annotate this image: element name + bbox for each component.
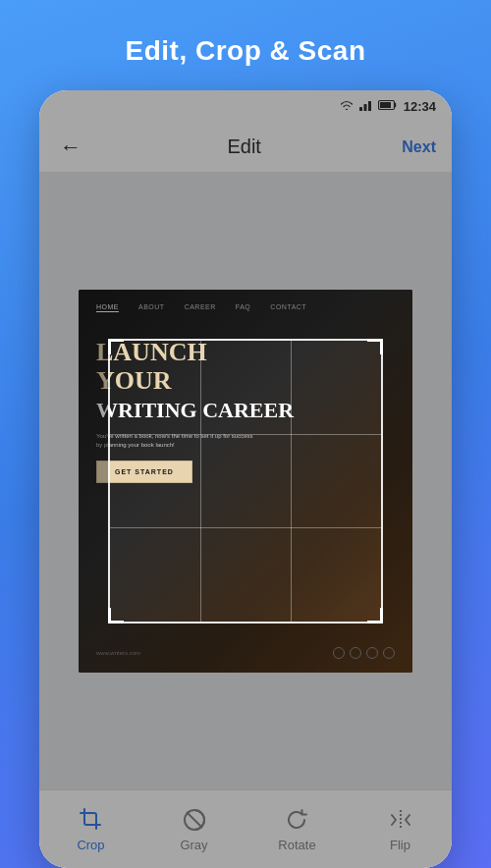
svg-line-6	[187, 812, 202, 828]
edit-title: Edit	[227, 136, 260, 158]
headline-line2: YOUR	[96, 367, 395, 396]
image-container: HOME ABOUT CAREER FAQ CONTACT LAUNCH YOU…	[79, 290, 412, 673]
status-bar: 12:34	[39, 90, 452, 122]
svg-rect-4	[380, 102, 391, 108]
flip-tool[interactable]: Flip	[356, 806, 445, 852]
svg-rect-2	[368, 101, 371, 111]
toolbar: Crop Gray Rotate	[39, 789, 452, 868]
status-icons: 12:34	[339, 99, 436, 114]
footer-url: www.writers.com	[96, 650, 140, 656]
wifi-icon	[339, 99, 355, 114]
phone-frame: 12:34 ← Edit Next HOME ABOUT CAREER FAQ …	[39, 90, 452, 868]
site-footer: www.writers.com	[96, 647, 395, 659]
rotate-icon	[284, 806, 311, 834]
nav-home: HOME	[96, 303, 119, 312]
rotate-tool[interactable]: Rotate	[253, 806, 342, 852]
subheadline: WRITING CAREER	[96, 399, 395, 422]
rotate-label: Rotate	[278, 838, 315, 852]
time-display: 12:34	[404, 99, 436, 114]
crop-tool[interactable]: Crop	[47, 806, 136, 852]
social-icons	[333, 647, 395, 659]
site-content: LAUNCH YOUR WRITING CAREER You've writte…	[96, 339, 395, 483]
nav-contact: CONTACT	[270, 303, 306, 312]
nav-career: CAREER	[185, 303, 216, 312]
back-button[interactable]: ←	[55, 135, 86, 160]
signal-icon	[358, 99, 374, 114]
gray-tool[interactable]: Gray	[150, 806, 239, 852]
cta-button: GET STARTED	[96, 461, 192, 483]
website-preview: HOME ABOUT CAREER FAQ CONTACT LAUNCH YOU…	[79, 290, 412, 673]
battery-icon	[378, 99, 398, 114]
nav-faq: FAQ	[236, 303, 251, 312]
nav-about: ABOUT	[138, 303, 165, 312]
page-title: Edit, Crop & Scan	[126, 35, 366, 67]
social-icon-2	[350, 647, 361, 659]
body-text: You've written a book, now's the time to…	[96, 432, 253, 449]
crop-label: Crop	[77, 838, 104, 852]
headline-line1: LAUNCH	[96, 339, 395, 367]
social-icon-3	[366, 647, 378, 659]
social-icon-4	[383, 647, 395, 659]
gray-icon	[181, 806, 208, 834]
svg-rect-0	[359, 107, 362, 111]
svg-rect-1	[363, 104, 366, 111]
next-button[interactable]: Next	[402, 138, 436, 156]
site-nav: HOME ABOUT CAREER FAQ CONTACT	[79, 303, 412, 312]
content-area: HOME ABOUT CAREER FAQ CONTACT LAUNCH YOU…	[39, 173, 452, 789]
crop-icon	[78, 806, 105, 834]
flip-label: Flip	[390, 838, 410, 852]
flip-icon	[387, 806, 414, 834]
social-icon-1	[333, 647, 345, 659]
top-bar: ← Edit Next	[39, 122, 452, 173]
gray-label: Gray	[180, 838, 207, 852]
